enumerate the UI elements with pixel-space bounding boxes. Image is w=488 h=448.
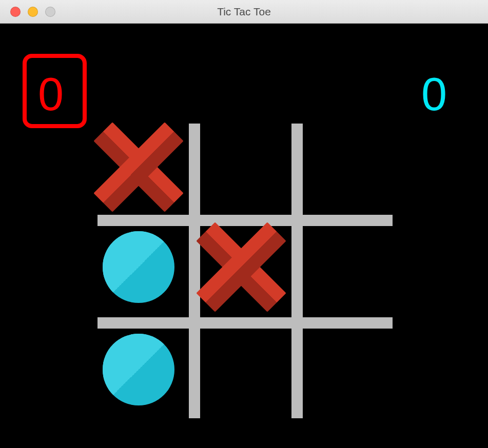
grid-vline-1: [189, 124, 200, 418]
cell-0-1[interactable]: [205, 131, 292, 218]
game-board: [97, 124, 393, 418]
window-title: Tic Tac Toe: [0, 6, 488, 18]
o-mark-icon: [103, 334, 174, 405]
maximize-icon[interactable]: [45, 7, 55, 17]
x-mark-icon: [103, 131, 174, 203]
cell-1-0[interactable]: [103, 231, 190, 318]
close-icon[interactable]: [10, 7, 21, 17]
cell-0-2[interactable]: [308, 131, 395, 218]
grid-vline-2: [291, 124, 303, 418]
minimize-icon[interactable]: [28, 7, 38, 17]
grid-hline-2: [97, 317, 393, 329]
window-controls: [10, 7, 55, 17]
cell-2-0[interactable]: [103, 334, 190, 421]
cell-1-2[interactable]: [308, 231, 395, 318]
x-mark-icon: [205, 231, 277, 303]
cell-0-0[interactable]: [103, 131, 190, 218]
cell-2-2[interactable]: [308, 334, 395, 421]
cell-2-1[interactable]: [205, 334, 292, 421]
o-mark-icon: [103, 231, 174, 303]
score-o: 0: [421, 71, 447, 117]
score-x: 0: [38, 71, 64, 117]
game-stage: 0 0: [0, 24, 488, 448]
cell-1-1[interactable]: [205, 231, 292, 318]
window-titlebar: Tic Tac Toe: [0, 0, 488, 24]
